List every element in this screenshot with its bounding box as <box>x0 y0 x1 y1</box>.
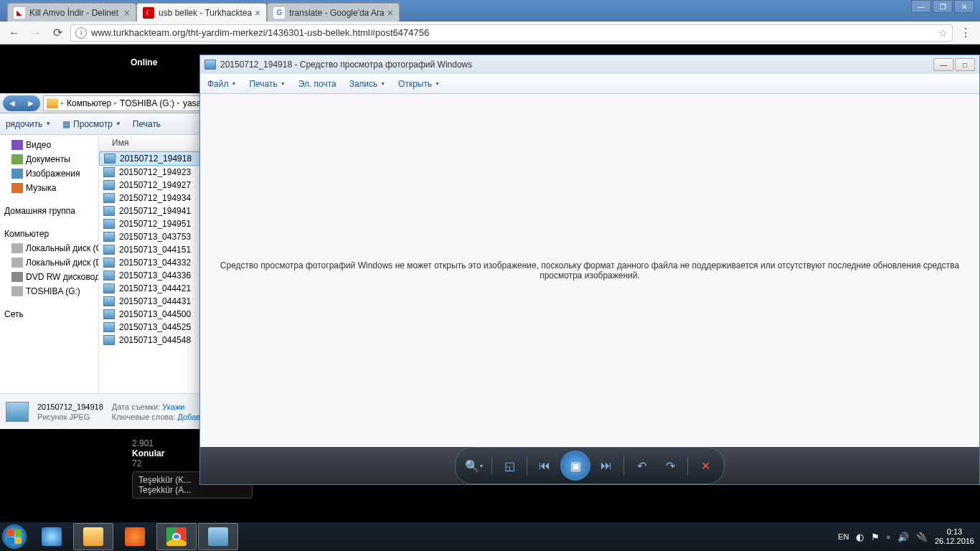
view-menu[interactable]: ▦ Просмотр ▼ <box>62 119 121 129</box>
nav-locald[interactable]: Локальный диск (D:) <box>0 255 98 270</box>
explorer-back-button[interactable]: ◄ <box>3 95 22 111</box>
browser-tab-strip: ◣ Kill Amvo İndir - Delinet × ☾ usb bell… <box>0 0 980 22</box>
organize-menu[interactable]: рядочить ▼ <box>6 119 51 129</box>
address-bar[interactable]: i www.turkhackteam.org/tht-yardim-merkez… <box>70 24 953 42</box>
bookmark-icon[interactable]: ☆ <box>938 27 948 39</box>
rotate-left-button[interactable]: ↶ <box>628 454 654 477</box>
nav-network[interactable]: Сеть <box>0 307 98 321</box>
image-file-icon <box>103 206 115 216</box>
photo-viewer-content: Средство просмотра фотографий Windows не… <box>200 94 979 447</box>
tab-google-translate[interactable]: G translate - Google'da Ara × <box>267 3 400 22</box>
nav-images[interactable]: Изображения <box>0 166 98 181</box>
close-icon[interactable]: × <box>387 7 393 19</box>
menu-email[interactable]: Эл. почта <box>298 79 336 89</box>
photo-viewer-titlebar[interactable]: 20150712_194918 - Средство просмотра фот… <box>200 55 979 74</box>
taskbar-photo-viewer[interactable] <box>198 523 238 550</box>
image-file-icon <box>103 270 115 281</box>
forward-button[interactable]: → <box>27 24 44 42</box>
image-file-icon <box>103 309 115 319</box>
folder-icon <box>47 98 58 108</box>
explorer-forward-button[interactable]: ► <box>22 95 40 111</box>
window-title: 20150712_194918 - Средство просмотра фот… <box>220 60 472 70</box>
image-file-icon <box>103 193 115 203</box>
details-tags-label: Ключевые слова: <box>112 413 176 421</box>
menu-open[interactable]: Открыть ▼ <box>398 79 440 89</box>
delete-button[interactable]: ✕ <box>692 454 718 477</box>
close-icon[interactable]: × <box>255 7 260 19</box>
chevron-right-icon: ▸ <box>61 100 64 106</box>
konular-label: Konular <box>132 448 164 458</box>
print-button[interactable]: Печать <box>133 119 161 129</box>
zoom-button[interactable]: 🔍▼ <box>461 454 487 477</box>
language-indicator[interactable]: EN <box>838 532 849 541</box>
reload-button[interactable]: ⟳ <box>49 24 66 42</box>
taskbar-chrome[interactable] <box>156 523 197 550</box>
clock-date: 26.12.2016 <box>935 537 974 546</box>
action-center-icon[interactable]: ⚑ <box>871 532 880 542</box>
photo-viewer-icon <box>204 60 216 70</box>
rotate-right-button[interactable]: ↷ <box>657 454 683 477</box>
file-name: 20150712_194951 <box>119 219 191 229</box>
photo-viewer-window: 20150712_194918 - Средство просмотра фот… <box>199 55 980 485</box>
taskbar-ie[interactable] <box>32 523 72 550</box>
image-file-icon <box>103 219 115 229</box>
close-button[interactable]: ✕ <box>954 0 974 13</box>
network-icon[interactable]: ▫ <box>887 532 890 542</box>
file-name: 20150713_044548 <box>119 335 191 345</box>
minimize-button[interactable]: — <box>933 58 953 71</box>
next-button[interactable]: ⏭ <box>593 454 619 477</box>
nav-localc[interactable]: Локальный диск (C:) <box>0 241 98 255</box>
separator <box>491 456 492 476</box>
thumbnail-icon <box>6 402 29 422</box>
breadcrumb-drive[interactable]: TOSHIBA (G:) <box>120 98 174 108</box>
battery-icon[interactable]: 🔌 <box>916 532 928 542</box>
clock-time: 0:13 <box>935 527 974 537</box>
nav-homegroup[interactable]: Домашняя группа <box>0 204 98 218</box>
tray-icon[interactable]: ◐ <box>856 532 864 542</box>
menu-print[interactable]: Печать ▼ <box>249 79 285 89</box>
favicon-delinet: ◣ <box>14 7 25 19</box>
image-file-icon <box>103 283 115 293</box>
slideshow-button[interactable]: ▣ <box>560 451 590 481</box>
breadcrumb-computer[interactable]: Компьютер <box>67 98 111 108</box>
tab-title: usb bellek - Turkhacktea <box>159 8 252 18</box>
chrome-menu-button[interactable]: ⋮ <box>957 24 974 42</box>
menu-file[interactable]: Файл ▼ <box>207 79 236 89</box>
volume-icon[interactable]: 🔊 <box>897 532 909 542</box>
maximize-button[interactable]: ❐ <box>933 0 953 13</box>
tab-kill-amvo[interactable]: ◣ Kill Amvo İndir - Delinet × <box>7 3 136 22</box>
image-file-icon <box>103 245 115 255</box>
fit-button[interactable]: ◱ <box>496 454 522 477</box>
taskbar-explorer[interactable] <box>73 523 113 550</box>
image-file-icon <box>103 335 115 345</box>
minimize-button[interactable]: — <box>911 0 931 13</box>
nav-computer[interactable]: Компьютер <box>0 227 98 241</box>
nav-music[interactable]: Музыка <box>0 181 98 195</box>
taskbar-media-player[interactable] <box>115 523 155 550</box>
maximize-button[interactable]: □ <box>955 58 975 71</box>
close-icon[interactable]: × <box>124 7 130 19</box>
nav-documents[interactable]: Документы <box>0 152 98 166</box>
details-date-value[interactable]: Укажи <box>162 402 184 411</box>
photo-viewer-controls: 🔍▼ ◱ ⏮ ▣ ⏭ ↶ ↷ ✕ <box>200 447 979 484</box>
back-button[interactable]: ← <box>6 24 23 42</box>
nav-toshiba[interactable]: TOSHIBA (G:) <box>0 284 98 298</box>
prev-button[interactable]: ⏮ <box>532 454 557 477</box>
tab-usb-bellek[interactable]: ☾ usb bellek - Turkhacktea × <box>136 3 267 22</box>
nav-dvd[interactable]: DVD RW дисковод (E <box>0 270 98 284</box>
site-info-icon[interactable]: i <box>75 27 87 39</box>
menu-burn[interactable]: Запись ▼ <box>349 79 385 89</box>
navigation-pane: ⌃ Видео Документы Изображения Музыка Дом… <box>0 135 99 393</box>
browser-toolbar: ← → ⟳ i www.turkhackteam.org/tht-yardim-… <box>0 22 980 44</box>
details-date-label: Дата съемки: <box>112 402 160 411</box>
nav-video[interactable]: Видео <box>0 138 98 152</box>
separator <box>623 456 624 476</box>
image-file-icon <box>103 296 115 306</box>
details-tags-value[interactable]: Добав <box>178 413 201 421</box>
start-button[interactable] <box>0 522 29 551</box>
file-name: 20150712_194934 <box>119 193 191 203</box>
file-name: 20150713_044500 <box>119 309 191 319</box>
url-text: www.turkhackteam.org/tht-yardim-merkezi/… <box>91 27 429 38</box>
file-name: 20150713_044151 <box>119 245 191 255</box>
clock[interactable]: 0:13 26.12.2016 <box>935 527 974 546</box>
